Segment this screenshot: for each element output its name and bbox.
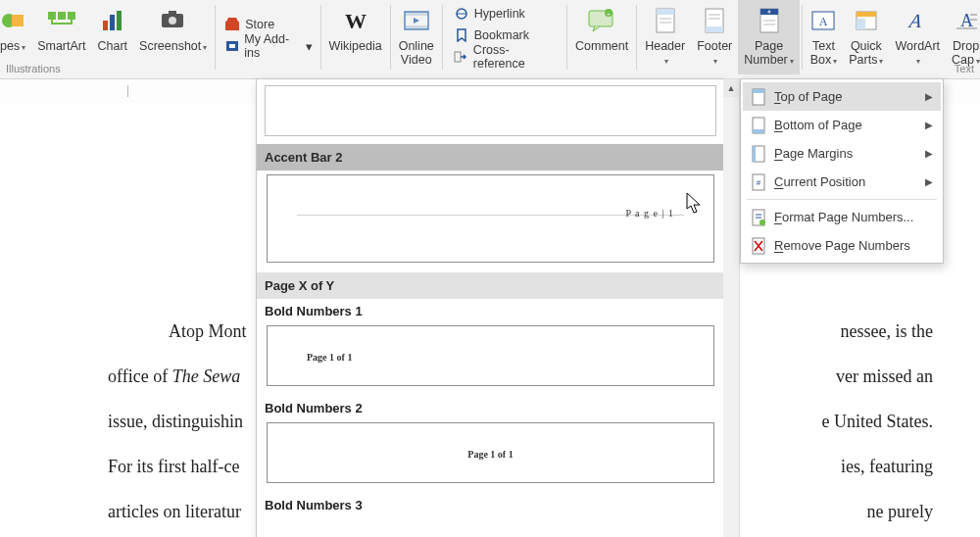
svg-rect-2 <box>48 12 56 20</box>
addins-icon <box>223 39 240 53</box>
svg-rect-5 <box>103 21 108 30</box>
svg-rect-6 <box>110 15 115 30</box>
svg-text:A: A <box>819 15 828 28</box>
shapes-icon <box>0 4 25 37</box>
screenshot-button[interactable]: Screenshot▾ <box>133 0 213 74</box>
remove-icon <box>749 237 768 255</box>
comment-button[interactable]: + Comment <box>569 0 634 74</box>
quickparts-icon <box>854 4 879 37</box>
myaddins-button[interactable]: My Add-ins▾ <box>223 35 312 57</box>
menu-format-pagenumbers[interactable]: Format Page Numbers... <box>743 203 941 231</box>
svg-text:A: A <box>960 11 973 30</box>
scroll-up-arrow[interactable]: ▲ <box>723 79 739 97</box>
hyperlink-icon <box>453 7 470 21</box>
pagenumber-gallery[interactable]: Accent Bar 2 P a g e | 1 Page X of Y Bol… <box>256 78 725 537</box>
svg-rect-3 <box>58 12 66 20</box>
svg-rect-41 <box>857 19 865 29</box>
pagenumber-menu: Top of Page ▶ Bottom of Page ▶ Page Marg… <box>740 78 944 264</box>
gallery-category-xy: Page X of Y <box>257 272 724 299</box>
svg-rect-40 <box>857 12 876 17</box>
links-group: Hyperlink Bookmark Cross-reference <box>445 0 564 71</box>
svg-text:W: W <box>345 9 367 32</box>
svg-rect-50 <box>753 129 764 133</box>
gallery-category-accent: Accent Bar 2 <box>257 144 724 171</box>
gallery-item-bold3-label: Bold Numbers 3 <box>257 493 724 515</box>
current-position-icon: # <box>749 173 768 191</box>
group-text: Text <box>955 61 974 78</box>
svg-rect-25 <box>657 9 674 15</box>
svg-rect-17 <box>405 25 428 29</box>
menu-current-position[interactable]: # Current Position ▶ <box>743 168 941 196</box>
page-margins-icon <box>749 145 768 163</box>
addins-group: Store My Add-ins▾ <box>218 0 318 71</box>
submenu-arrow-icon: ▶ <box>925 91 933 102</box>
ribbon-insert: pes▾ SmartArt Chart Screenshot▾ Store My… <box>0 0 980 79</box>
svg-point-58 <box>760 220 765 225</box>
svg-rect-10 <box>169 11 176 15</box>
svg-point-9 <box>169 17 176 24</box>
svg-text:A: A <box>906 10 924 31</box>
svg-rect-13 <box>229 44 235 48</box>
crossref-icon <box>453 50 469 64</box>
wikipedia-icon: W <box>341 4 370 37</box>
header-icon <box>654 4 677 37</box>
format-icon <box>749 209 768 226</box>
svg-text:#: # <box>767 9 770 15</box>
menu-top-of-page[interactable]: Top of Page ▶ <box>743 82 941 111</box>
header-button[interactable]: Header▾ <box>639 0 691 74</box>
svg-rect-1 <box>12 15 24 26</box>
svg-rect-20 <box>455 52 461 62</box>
gallery-item-bold1[interactable]: Page 1 of 1 <box>267 325 714 386</box>
svg-text:#: # <box>757 178 761 187</box>
svg-rect-52 <box>753 146 756 162</box>
pagenumber-button[interactable]: # PageNumber▾ <box>738 0 799 74</box>
svg-rect-4 <box>68 12 75 20</box>
gallery-item-bold2[interactable]: Page 1 of 1 <box>267 422 714 483</box>
chart-button[interactable]: Chart <box>91 0 133 74</box>
svg-rect-11 <box>225 22 239 30</box>
crossref-button[interactable]: Cross-reference <box>453 46 557 68</box>
menu-bottom-of-page[interactable]: Bottom of Page ▶ <box>743 111 941 139</box>
top-of-page-icon <box>749 88 768 106</box>
svg-rect-16 <box>405 12 428 16</box>
textbox-icon: A <box>810 4 836 37</box>
gallery-item-bold2-label: Bold Numbers 2 <box>257 396 724 418</box>
svg-marker-18 <box>414 18 419 24</box>
mouse-cursor <box>686 192 704 216</box>
onlinevideo-button[interactable]: OnlineVideo <box>393 0 440 74</box>
screenshot-icon <box>160 4 187 37</box>
footer-button[interactable]: Footer▾ <box>691 0 738 74</box>
svg-rect-7 <box>117 11 122 30</box>
textbox-button[interactable]: A TextBox▾ <box>805 0 844 74</box>
store-icon <box>223 18 241 31</box>
wordart-button[interactable]: A WordArt▾ <box>889 0 946 74</box>
svg-rect-29 <box>706 26 723 32</box>
gallery-prev-item[interactable] <box>265 85 716 136</box>
gallery-item-bold1-label: Bold Numbers 1 <box>257 299 724 321</box>
pagenumber-icon: # <box>758 4 781 37</box>
svg-rect-48 <box>753 89 764 93</box>
wordart-icon: A <box>905 4 930 37</box>
chart-icon <box>101 4 124 37</box>
bookmark-icon <box>453 28 470 42</box>
smartart-icon <box>48 4 75 37</box>
video-icon <box>403 4 430 37</box>
comment-icon: + <box>587 4 616 37</box>
svg-text:+: + <box>607 11 611 17</box>
hyperlink-button[interactable]: Hyperlink <box>453 3 557 24</box>
wikipedia-button[interactable]: W Wikipedia <box>323 0 388 74</box>
dropcap-icon: A <box>954 4 979 37</box>
menu-page-margins[interactable]: Page Margins ▶ <box>743 139 941 168</box>
gallery-scrollbar[interactable]: ▲ <box>723 78 740 537</box>
bottom-of-page-icon <box>749 117 768 134</box>
gallery-item-accentbar2[interactable]: P a g e | 1 <box>267 174 714 263</box>
menu-remove-pagenumbers[interactable]: Remove Page Numbers <box>743 231 941 260</box>
footer-icon <box>703 4 726 37</box>
quickparts-button[interactable]: QuickParts▾ <box>843 0 889 74</box>
group-illustrations: Illustrations <box>6 61 61 78</box>
